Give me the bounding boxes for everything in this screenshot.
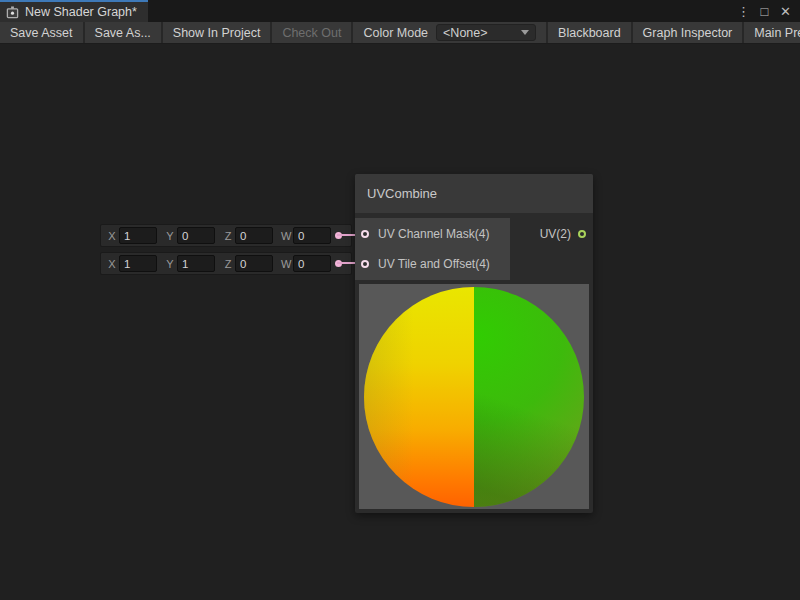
w-label: W (281, 230, 291, 242)
vector2-w-field[interactable] (293, 255, 331, 272)
z-label: Z (223, 258, 233, 270)
shader-graph-icon (6, 6, 19, 19)
toolbar-right-group: Color Mode <None> Blackboard Graph Inspe… (353, 22, 800, 43)
node-output-section: UV(2) (510, 218, 593, 280)
output-port-uv[interactable] (578, 230, 586, 238)
dropdown-arrow-icon (521, 30, 529, 35)
node-preview (359, 284, 589, 509)
vector4-input-row-2: X Y Z W (100, 252, 352, 275)
color-mode-value: <None> (443, 26, 487, 40)
z-label: Z (223, 230, 233, 242)
blackboard-button[interactable]: Blackboard (546, 22, 633, 43)
preview-sphere-right-half (474, 287, 584, 507)
x-label: X (107, 258, 117, 270)
vector4-input-row-1: X Y Z W (100, 224, 352, 247)
tab-shader-graph[interactable]: New Shader Graph* (0, 0, 148, 22)
color-mode-dropdown[interactable]: <None> (436, 24, 536, 41)
window-controls: ⋮ □ ✕ (735, 0, 800, 22)
save-asset-button[interactable]: Save Asset (0, 22, 85, 43)
node-input-section: UV Channel Mask(4) UV Tile and Offset(4) (355, 218, 510, 280)
graph-canvas[interactable]: X Y Z W X Y Z W (0, 45, 800, 600)
color-mode-label: Color Mode (353, 22, 436, 43)
graph-inspector-button[interactable]: Graph Inspector (633, 22, 745, 43)
node-body: UV Channel Mask(4) UV Tile and Offset(4)… (355, 218, 593, 280)
y-label: Y (165, 230, 175, 242)
output-port-label: UV(2) (540, 227, 571, 241)
input-port-label: UV Tile and Offset(4) (378, 257, 490, 271)
vector2-z-field[interactable] (235, 255, 273, 272)
x-label: X (107, 230, 117, 242)
vector2-x-field[interactable] (119, 255, 157, 272)
input-port-row-tile-offset: UV Tile and Offset(4) (355, 249, 510, 279)
show-in-project-button[interactable]: Show In Project (163, 22, 273, 43)
check-out-button: Check Out (272, 22, 353, 43)
vector1-x-field[interactable] (119, 227, 157, 244)
vector1-z-field[interactable] (235, 227, 273, 244)
input-port-tile-offset[interactable] (361, 260, 369, 268)
close-icon[interactable]: ✕ (777, 2, 794, 20)
y-label: Y (165, 258, 175, 270)
node-uvcombine[interactable]: UVCombine UV Channel Mask(4) UV Tile and… (355, 174, 593, 513)
tab-title: New Shader Graph* (25, 5, 137, 19)
output-port-row-uv: UV(2) (510, 219, 593, 249)
w-label: W (281, 258, 291, 270)
toolbar: Save Asset Save As... Show In Project Ch… (0, 22, 800, 44)
kebab-menu-icon[interactable]: ⋮ (735, 2, 752, 20)
save-as-button[interactable]: Save As... (85, 22, 163, 43)
input-port-row-channel-mask: UV Channel Mask(4) (355, 219, 510, 249)
vector1-y-field[interactable] (177, 227, 215, 244)
preview-sphere-left-half (364, 287, 474, 507)
maximize-icon[interactable]: □ (756, 2, 773, 20)
title-bar: New Shader Graph* ⋮ □ ✕ (0, 0, 800, 22)
node-title[interactable]: UVCombine (355, 174, 593, 213)
vector2-y-field[interactable] (177, 255, 215, 272)
vector1-w-field[interactable] (293, 227, 331, 244)
main-preview-button[interactable]: Main Preview (744, 22, 800, 43)
input-port-label: UV Channel Mask(4) (378, 227, 489, 241)
input-port-channel-mask[interactable] (361, 230, 369, 238)
preview-sphere (364, 287, 584, 507)
